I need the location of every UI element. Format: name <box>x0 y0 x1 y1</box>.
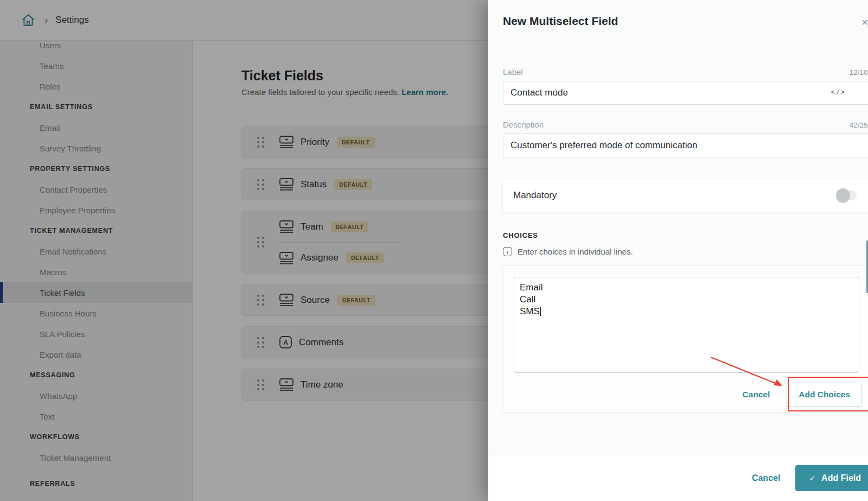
label-input-value: Contact mode <box>510 87 568 98</box>
label-input[interactable]: Contact mode </> <box>503 81 868 105</box>
toggle-knob <box>836 188 850 202</box>
mandatory-card: Mandatory <box>503 179 868 212</box>
drawer-footer: Cancel ✓ Add Field <box>488 455 868 501</box>
add-choices-button[interactable]: Add Choices <box>787 383 862 407</box>
mandatory-label: Mandatory <box>513 190 557 201</box>
choice-line: SMS <box>520 306 852 318</box>
choice-line: Call <box>520 294 852 306</box>
drawer-cancel-button[interactable]: Cancel <box>752 473 780 483</box>
description-field-header: Description 42/250 <box>503 120 868 129</box>
label-char-counter: 12/100 <box>850 68 868 77</box>
mandatory-toggle[interactable] <box>837 191 857 200</box>
label-field-label: Label <box>503 67 523 77</box>
text-cursor <box>540 307 541 316</box>
label-field-header: Label 12/100 <box>503 67 868 77</box>
choices-hint-row: i Enter choices in individual lines. <box>503 247 868 256</box>
new-multiselect-field-drawer: New Multiselect Field × Label 12/100 Con… <box>488 0 868 501</box>
info-icon: i <box>503 247 512 256</box>
description-input-value: Customer's preferred mode of communicati… <box>510 140 697 151</box>
app-root: › Settings UsersTeamsRolesEMAIL SETTINGS… <box>0 0 868 501</box>
description-char-counter: 42/250 <box>850 121 868 129</box>
choices-heading: CHOICES <box>503 231 868 239</box>
choices-actions: Cancel Add Choices <box>514 383 862 407</box>
check-icon: ✓ <box>809 474 815 483</box>
choices-hint-text: Enter choices in individual lines. <box>518 247 633 256</box>
description-input[interactable]: Customer's preferred mode of communicati… <box>503 134 868 157</box>
code-icon[interactable]: </> <box>831 88 845 97</box>
close-icon[interactable]: × <box>861 16 868 28</box>
choices-textarea[interactable]: EmailCallSMS <box>514 277 859 373</box>
choices-card: EmailCallSMS Cancel Add Choices <box>503 265 868 413</box>
description-field-label: Description <box>503 120 544 129</box>
add-field-label: Add Field <box>821 473 861 483</box>
add-field-button[interactable]: ✓ Add Field <box>795 465 868 491</box>
drawer-title: New Multiselect Field <box>503 13 868 29</box>
choices-cancel-button[interactable]: Cancel <box>742 390 770 399</box>
choice-line: Email <box>520 282 852 294</box>
